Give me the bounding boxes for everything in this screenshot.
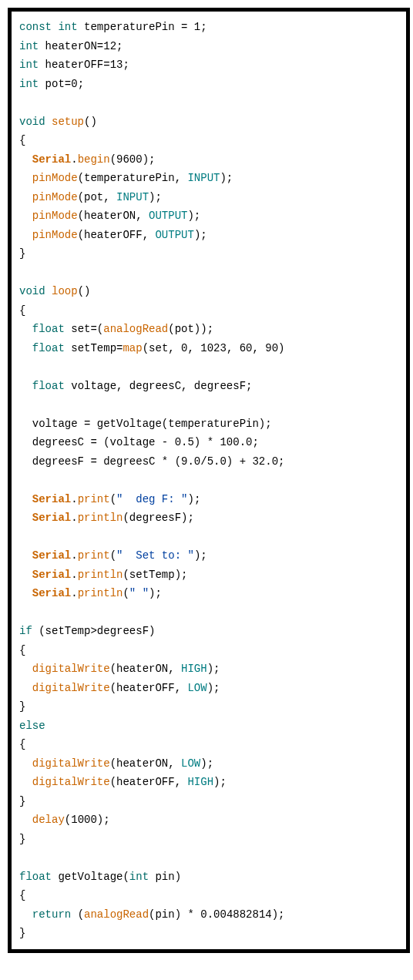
code-token: ); — [220, 172, 233, 184]
code-line: float setTemp=map(set, 0, 1023, 60, 90) — [19, 339, 398, 358]
code-line: digitalWrite(heaterON, LOW); — [19, 754, 398, 774]
code-token: ); — [207, 663, 220, 675]
code-line: } — [19, 244, 398, 263]
code-token: INPUT — [116, 191, 149, 203]
code-line: digitalWrite(heaterOFF, LOW); — [19, 679, 398, 698]
code-line: float set=(analogRead(pot)); — [19, 320, 398, 339]
code-line — [19, 528, 398, 547]
code-token — [19, 493, 32, 505]
code-token: HIGH — [181, 663, 207, 675]
code-line: } — [19, 792, 398, 811]
code-token: else — [19, 720, 45, 732]
code-token: Serial — [32, 512, 71, 524]
code-token: degreesC = (voltage - 0.5) * 100.0; — [19, 436, 259, 448]
code-token: pinMode — [32, 229, 78, 241]
code-token: pinMode — [32, 191, 78, 203]
code-token: pot=0; — [39, 78, 84, 90]
code-line — [19, 471, 398, 490]
code-token: . — [71, 549, 77, 562]
code-line: degreesC = (voltage - 0.5) * 100.0; — [19, 433, 398, 452]
code-line — [19, 357, 398, 377]
code-token: pinMode — [32, 172, 78, 184]
code-token: } — [19, 795, 25, 807]
code-token: getVoltage( — [52, 871, 129, 883]
code-token: digitalWrite — [32, 757, 110, 770]
code-token — [19, 172, 32, 184]
code-token: digitalWrite — [32, 663, 110, 675]
code-token: (9600); — [110, 153, 156, 166]
code-token: voltage = getVoltage(temperaturePin); — [19, 418, 272, 430]
code-token: print — [78, 549, 110, 562]
code-line: int heaterOFF=13; — [19, 55, 398, 75]
code-line — [19, 263, 398, 283]
code-token: (heaterON, — [110, 663, 181, 675]
code-token: ( — [123, 587, 129, 599]
code-token: Serial — [32, 549, 71, 562]
code-line: pinMode(temperaturePin, INPUT); — [19, 169, 398, 188]
code-line: Serial.println(" "); — [19, 584, 398, 603]
code-line: void loop() — [19, 282, 398, 301]
code-token: . — [71, 569, 77, 581]
code-token — [19, 814, 32, 826]
code-token: (heaterON, — [78, 210, 149, 222]
code-line: int pot=0; — [19, 75, 398, 94]
code-token: ); — [194, 229, 207, 241]
code-line: return (analogRead(pin) * 0.004882814); — [19, 905, 398, 925]
code-line: Serial.print(" deg F: "); — [19, 490, 398, 509]
code-token: begin — [78, 153, 110, 166]
code-token: { — [19, 889, 25, 901]
code-token: } — [19, 927, 25, 939]
code-token: (heaterON, — [110, 757, 181, 770]
code-token: ); — [149, 191, 162, 203]
code-token: const — [19, 21, 58, 33]
code-token: print — [78, 493, 110, 505]
code-line: degreesF = degreesC * (9.0/5.0) + 32.0; — [19, 452, 398, 472]
code-line: } — [19, 924, 398, 943]
code-token: int — [58, 21, 77, 33]
code-token: float — [19, 871, 52, 883]
code-line: { — [19, 735, 398, 754]
code-token: (degreesF); — [123, 512, 193, 524]
code-token: { — [19, 738, 25, 750]
code-line: if (setTemp>degreesF) — [19, 622, 398, 641]
code-line: { — [19, 301, 398, 321]
code-line: pinMode(pot, INPUT); — [19, 188, 398, 207]
code-token — [19, 323, 32, 335]
code-token: Serial — [32, 587, 71, 599]
code-token: INPUT — [187, 172, 220, 184]
code-token: println — [78, 512, 123, 524]
code-token: int — [19, 40, 39, 52]
code-token: temperaturePin = 1; — [78, 21, 207, 33]
code-token: . — [71, 153, 77, 166]
code-token: (heaterOFF, — [110, 776, 188, 788]
code-token — [19, 512, 32, 524]
code-token: (heaterOFF, — [110, 682, 188, 694]
code-token: ); — [187, 210, 200, 222]
code-token — [19, 549, 32, 562]
code-line: const int temperaturePin = 1; — [19, 18, 398, 37]
code-line: Serial.print(" Set to: "); — [19, 546, 398, 566]
code-token: voltage, degreesC, degreesF; — [65, 380, 253, 392]
code-token — [19, 682, 32, 694]
code-line: void setup() — [19, 112, 398, 132]
code-token: ); — [187, 493, 200, 505]
code-token — [19, 757, 32, 770]
code-token: } — [19, 247, 25, 260]
code-token: () — [84, 116, 97, 128]
code-token: setup — [52, 116, 84, 128]
code-token: (set, 0, 1023, 60, 90) — [143, 342, 285, 354]
code-token: " deg F: " — [116, 493, 187, 505]
code-token: . — [71, 512, 77, 524]
code-token: println — [78, 587, 123, 599]
code-line: } — [19, 697, 398, 717]
code-token: . — [71, 587, 77, 599]
code-token: setTemp= — [65, 342, 123, 354]
code-token: (1000); — [65, 814, 110, 826]
code-token: () — [78, 285, 91, 297]
code-line: pinMode(heaterOFF, OUTPUT); — [19, 226, 398, 245]
code-token: LOW — [181, 757, 200, 770]
code-token: . — [71, 493, 77, 505]
code-token: int — [19, 59, 39, 71]
code-token: if — [19, 625, 32, 637]
code-token: return — [32, 908, 71, 921]
